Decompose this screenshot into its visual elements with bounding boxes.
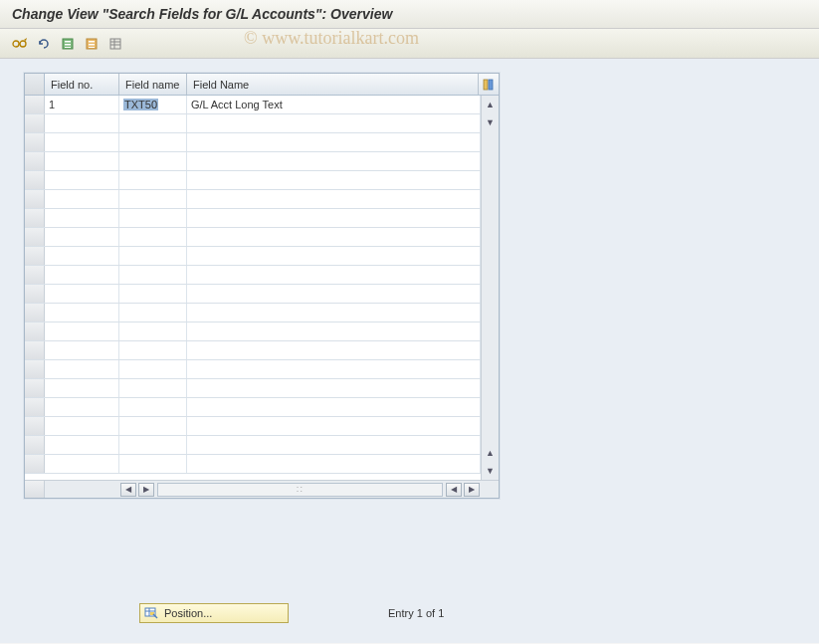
table-header-row: Field no. Field name Field Name xyxy=(25,74,499,96)
row-selector[interactable] xyxy=(25,96,45,113)
row-selector[interactable] xyxy=(25,379,45,397)
table-row xyxy=(25,379,481,398)
hscroll-left-end-button[interactable]: ◀ xyxy=(446,483,462,497)
svg-point-0 xyxy=(13,41,19,47)
data-table: Field no. Field name Field Name 1 TXT50 … xyxy=(24,73,500,499)
table-settings-button[interactable] xyxy=(105,34,125,54)
svg-rect-10 xyxy=(89,47,95,48)
position-button[interactable]: Position... xyxy=(139,603,289,623)
svg-rect-4 xyxy=(65,41,71,43)
row-selector[interactable] xyxy=(25,228,45,246)
table-row xyxy=(25,152,481,171)
select-all-button[interactable] xyxy=(58,34,78,54)
scroll-up-step-button[interactable]: ▲ xyxy=(483,445,499,461)
position-label: Position... xyxy=(164,607,212,619)
undo-button[interactable] xyxy=(34,34,54,54)
table-row xyxy=(25,285,481,304)
row-selector[interactable] xyxy=(25,436,45,454)
hscroll-track[interactable]: ∷ xyxy=(157,483,443,497)
column-header-field-no[interactable]: Field no. xyxy=(45,74,119,95)
svg-rect-5 xyxy=(65,44,71,46)
table-row xyxy=(25,133,481,152)
horizontal-scrollbar: ◀ ▶ ∷ ◀ ▶ xyxy=(25,480,499,498)
cell-field-desc[interactable]: G/L Acct Long Text xyxy=(187,96,481,113)
select-all-corner[interactable] xyxy=(25,74,45,95)
row-selector[interactable] xyxy=(25,209,45,227)
svg-rect-16 xyxy=(489,80,493,90)
svg-rect-8 xyxy=(89,41,95,43)
table-row xyxy=(25,266,481,285)
svg-rect-15 xyxy=(484,80,488,90)
row-selector[interactable] xyxy=(25,455,45,473)
row-selector[interactable] xyxy=(25,247,45,265)
table-row xyxy=(25,171,481,190)
row-selector[interactable] xyxy=(25,417,45,435)
table-row xyxy=(25,455,481,474)
table-row xyxy=(25,398,481,417)
main-area: Field no. Field name Field Name 1 TXT50 … xyxy=(0,59,819,643)
row-selector[interactable] xyxy=(25,190,45,208)
cell-field-no[interactable]: 1 xyxy=(45,96,119,113)
scroll-down-step-button[interactable]: ▼ xyxy=(483,114,499,130)
toggle-display-change-button[interactable] xyxy=(10,34,30,54)
row-selector[interactable] xyxy=(25,360,45,378)
table-row xyxy=(25,209,481,228)
table-configure-button[interactable] xyxy=(479,74,499,95)
table-row xyxy=(25,228,481,247)
column-header-field-name-short[interactable]: Field name xyxy=(119,74,187,95)
row-selector[interactable] xyxy=(25,171,45,189)
row-selector[interactable] xyxy=(25,133,45,151)
scroll-down-button[interactable]: ▼ xyxy=(483,463,499,479)
svg-rect-9 xyxy=(89,44,95,46)
row-selector[interactable] xyxy=(25,266,45,284)
toolbar xyxy=(0,29,819,59)
position-icon xyxy=(144,607,158,619)
column-header-field-name-long[interactable]: Field Name xyxy=(187,74,479,95)
row-selector[interactable] xyxy=(25,322,45,340)
hscroll-left-button[interactable]: ◀ xyxy=(120,483,136,497)
page-title: Change View "Search Fields for G/L Accou… xyxy=(0,0,819,29)
row-selector[interactable] xyxy=(25,285,45,303)
table-row: 1 TXT50 G/L Acct Long Text xyxy=(25,96,481,114)
table-row xyxy=(25,190,481,209)
table-row xyxy=(25,436,481,455)
row-selector[interactable] xyxy=(25,398,45,416)
scroll-up-button[interactable]: ▲ xyxy=(483,97,499,112)
hscroll-right-button[interactable]: ▶ xyxy=(138,483,154,497)
table-row xyxy=(25,322,481,341)
table-body: 1 TXT50 G/L Acct Long Text xyxy=(25,96,499,480)
svg-rect-6 xyxy=(65,47,71,48)
row-selector[interactable] xyxy=(25,304,45,322)
vertical-scrollbar[interactable]: ▲ ▼ ▲ ▼ xyxy=(481,96,499,480)
row-selector[interactable] xyxy=(25,341,45,359)
table-row xyxy=(25,341,481,360)
table-row xyxy=(25,114,481,133)
table-row xyxy=(25,247,481,266)
table-row xyxy=(25,304,481,322)
hscroll-corner xyxy=(25,481,45,498)
table-row xyxy=(25,417,481,436)
footer: Position... Entry 1 of 1 xyxy=(139,603,444,623)
hscroll-right-end-button[interactable]: ▶ xyxy=(464,483,480,497)
row-selector[interactable] xyxy=(25,152,45,170)
entry-counter: Entry 1 of 1 xyxy=(388,607,444,619)
svg-rect-11 xyxy=(110,39,120,49)
cell-field-name[interactable]: TXT50 xyxy=(119,96,187,113)
row-selector[interactable] xyxy=(25,114,45,132)
svg-point-1 xyxy=(20,41,26,47)
deselect-all-button[interactable] xyxy=(82,34,102,54)
table-row xyxy=(25,360,481,379)
